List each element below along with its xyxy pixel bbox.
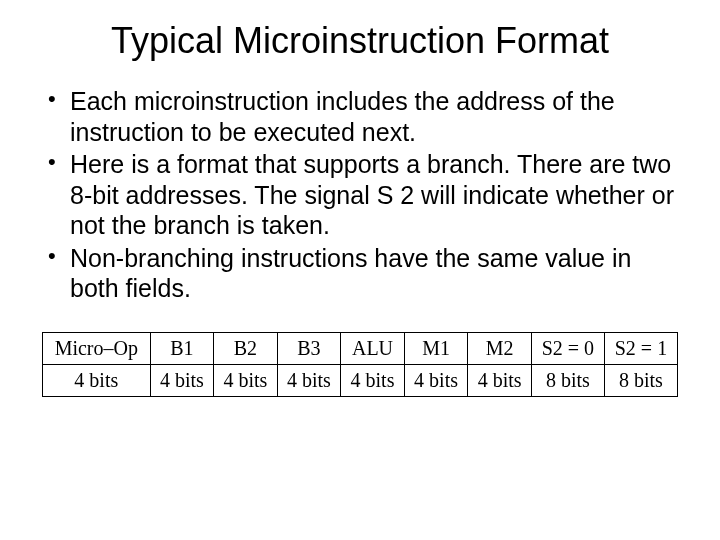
- table-cell: 4 bits: [150, 364, 214, 396]
- table-header-cell: B3: [277, 332, 341, 364]
- table-cell: 4 bits: [341, 364, 405, 396]
- table-header-cell: M1: [404, 332, 468, 364]
- table-cell: 4 bits: [214, 364, 278, 396]
- table-cell: 8 bits: [531, 364, 604, 396]
- table-header-cell: M2: [468, 332, 532, 364]
- table-header-cell: S2 = 1: [604, 332, 677, 364]
- bullet-list: Each microinstruction includes the addre…: [40, 86, 680, 304]
- bullet-item: Non-branching instructions have the same…: [44, 243, 680, 304]
- bullet-item: Each microinstruction includes the addre…: [44, 86, 680, 147]
- table-header-cell: B1: [150, 332, 214, 364]
- format-table: Micro–Op B1 B2 B3 ALU M1 M2 S2 = 0 S2 = …: [42, 332, 678, 397]
- table-cell: 8 bits: [604, 364, 677, 396]
- table-header-cell: B2: [214, 332, 278, 364]
- table-header-row: Micro–Op B1 B2 B3 ALU M1 M2 S2 = 0 S2 = …: [43, 332, 678, 364]
- format-table-container: Micro–Op B1 B2 B3 ALU M1 M2 S2 = 0 S2 = …: [40, 332, 680, 397]
- slide-title: Typical Microinstruction Format: [40, 20, 680, 62]
- table-header-cell: ALU: [341, 332, 405, 364]
- table-header-cell: S2 = 0: [531, 332, 604, 364]
- table-cell: 4 bits: [277, 364, 341, 396]
- table-row: 4 bits 4 bits 4 bits 4 bits 4 bits 4 bit…: [43, 364, 678, 396]
- table-cell: 4 bits: [43, 364, 151, 396]
- table-cell: 4 bits: [468, 364, 532, 396]
- table-cell: 4 bits: [404, 364, 468, 396]
- bullet-item: Here is a format that supports a branch.…: [44, 149, 680, 241]
- table-header-cell: Micro–Op: [43, 332, 151, 364]
